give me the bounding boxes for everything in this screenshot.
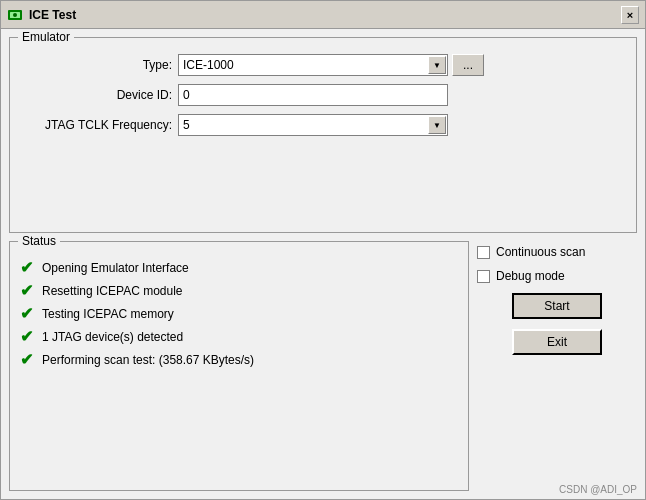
status-item: ✔Opening Emulator Interface [18, 258, 460, 277]
close-button[interactable]: × [621, 6, 639, 24]
device-id-control-wrap [178, 84, 628, 106]
title-bar: ICE Test × [1, 1, 645, 29]
bottom-area: Status ✔Opening Emulator Interface✔Reset… [9, 241, 637, 491]
status-group: Status ✔Opening Emulator Interface✔Reset… [9, 241, 469, 491]
type-row: Type: ICE-1000 ICE-2000 ICE-4000 ▼ ... [18, 54, 628, 76]
jtag-label: JTAG TCLK Frequency: [18, 118, 178, 132]
debug-mode-row[interactable]: Debug mode [477, 269, 637, 283]
status-text: Resetting ICEPAC module [42, 284, 183, 298]
emulator-content: Type: ICE-1000 ICE-2000 ICE-4000 ▼ ... [18, 46, 628, 136]
debug-mode-checkbox[interactable] [477, 270, 490, 283]
status-text: Performing scan test: (358.67 KBytes/s) [42, 353, 254, 367]
status-group-label: Status [18, 234, 60, 248]
jtag-select[interactable]: 5 10 20 25 [178, 114, 448, 136]
status-list: ✔Opening Emulator Interface✔Resetting IC… [18, 250, 460, 369]
status-check-icon: ✔ [18, 327, 34, 346]
emulator-group-label: Emulator [18, 30, 74, 44]
status-item: ✔1 JTAG device(s) detected [18, 327, 460, 346]
continuous-scan-checkbox[interactable] [477, 246, 490, 259]
continuous-scan-row[interactable]: Continuous scan [477, 245, 637, 259]
status-text: 1 JTAG device(s) detected [42, 330, 183, 344]
app-icon [7, 7, 23, 23]
type-select-wrapper: ICE-1000 ICE-2000 ICE-4000 ▼ [178, 54, 448, 76]
jtag-control-wrap: 5 10 20 25 ▼ [178, 114, 628, 136]
jtag-row: JTAG TCLK Frequency: 5 10 20 25 ▼ [18, 114, 628, 136]
debug-mode-label: Debug mode [496, 269, 565, 283]
device-id-input[interactable] [178, 84, 448, 106]
status-item: ✔Testing ICEPAC memory [18, 304, 460, 323]
jtag-select-wrapper: 5 10 20 25 ▼ [178, 114, 448, 136]
status-check-icon: ✔ [18, 350, 34, 369]
status-text: Testing ICEPAC memory [42, 307, 174, 321]
window-title: ICE Test [29, 8, 621, 22]
status-item: ✔Resetting ICEPAC module [18, 281, 460, 300]
watermark: CSDN @ADI_OP [559, 484, 637, 495]
emulator-group: Emulator Type: ICE-1000 ICE-2000 ICE-400… [9, 37, 637, 233]
device-id-row: Device ID: [18, 84, 628, 106]
device-id-label: Device ID: [18, 88, 178, 102]
exit-button[interactable]: Exit [512, 329, 602, 355]
status-text: Opening Emulator Interface [42, 261, 189, 275]
type-select[interactable]: ICE-1000 ICE-2000 ICE-4000 [178, 54, 448, 76]
status-item: ✔Performing scan test: (358.67 KBytes/s) [18, 350, 460, 369]
type-control-wrap: ICE-1000 ICE-2000 ICE-4000 ▼ ... [178, 54, 628, 76]
main-window: ICE Test × Emulator Type: ICE-1000 ICE-2… [0, 0, 646, 500]
type-label: Type: [18, 58, 178, 72]
start-button[interactable]: Start [512, 293, 602, 319]
browse-button[interactable]: ... [452, 54, 484, 76]
status-check-icon: ✔ [18, 258, 34, 277]
main-content: Emulator Type: ICE-1000 ICE-2000 ICE-400… [1, 29, 645, 499]
controls-panel: Continuous scan Debug mode Start Exit [477, 241, 637, 491]
svg-point-2 [13, 13, 17, 17]
status-check-icon: ✔ [18, 304, 34, 323]
status-check-icon: ✔ [18, 281, 34, 300]
continuous-scan-label: Continuous scan [496, 245, 585, 259]
